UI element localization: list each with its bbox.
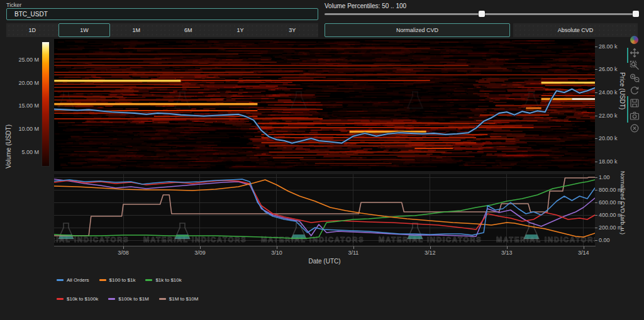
autoscale-icon[interactable] <box>630 86 640 96</box>
box-zoom-icon[interactable] <box>630 60 640 70</box>
legend-label: $1M to $10M <box>169 296 199 302</box>
save-icon[interactable] <box>630 98 640 108</box>
normalized-cvd-plot[interactable] <box>54 174 595 246</box>
tick-mark <box>595 47 597 47</box>
tick-label: 5.00 M <box>21 149 39 155</box>
legend-label: All Orders <box>67 277 89 283</box>
plotly-logo-icon[interactable] <box>630 35 640 45</box>
tick-label: 20.00 M <box>18 80 39 86</box>
tick-mark <box>123 246 124 249</box>
legend-color-dash <box>145 279 152 281</box>
date-tick-label: 3/09 <box>191 250 209 256</box>
normalized-cvd-canvas[interactable] <box>54 174 595 246</box>
modebar-separator-bottom <box>627 96 628 123</box>
price-volume-heatmap-canvas[interactable] <box>54 39 595 171</box>
legend-color-dash <box>57 298 64 300</box>
tick-mark <box>353 246 354 249</box>
price-heatmap-plot[interactable] <box>54 39 595 171</box>
tick-mark <box>200 246 201 249</box>
tick-mark <box>595 177 597 178</box>
tick-mark <box>595 162 597 162</box>
date-tick-label: 3/08 <box>114 250 133 256</box>
legend-item--1k-to-10k[interactable]: $1k to $10k <box>145 277 181 283</box>
volume-percentiles-label: Volume Percentiles: 50 .. 100 <box>325 3 406 9</box>
volume-axis-title: Volume (USDT) <box>5 124 12 168</box>
price-axis-title: Price (USDT) <box>619 72 626 109</box>
legend-label: $10k to $100k <box>67 296 98 302</box>
legend-color-dash <box>159 298 166 300</box>
tick-label: 800.00 m <box>599 187 623 193</box>
tick-mark <box>595 190 597 190</box>
tick-mark <box>595 92 597 93</box>
legend-label: $100k to $1M <box>118 296 148 302</box>
timeframe-button-1w[interactable]: 1W <box>58 23 111 37</box>
date-tick-label: 3/10 <box>267 250 286 256</box>
percentile-slider-handle-min[interactable] <box>479 11 485 17</box>
date-axis-title: Date (UTC) <box>54 258 595 265</box>
tick-label: 26.00 k <box>599 66 618 72</box>
volume-colorbar <box>42 41 50 167</box>
percentile-slider-handle-max[interactable] <box>633 11 639 17</box>
pan-icon[interactable] <box>630 48 640 58</box>
date-tick-label: 3/13 <box>497 250 516 256</box>
legend-label: $100 to $1k <box>109 277 136 283</box>
ticker-label: Ticker <box>6 2 21 8</box>
plotly-modebar <box>630 35 640 133</box>
zoom-in-out-icon[interactable] <box>630 73 640 83</box>
timeframe-button-3y[interactable]: 3Y <box>266 23 318 37</box>
legend-item--10k-to-100k[interactable]: $10k to $100k <box>57 296 98 302</box>
legend-item--1m-to-10m[interactable]: $1M to $10M <box>159 296 199 302</box>
timeframe-button-group: 1D1W1M6M1Y3Y <box>6 23 318 37</box>
legend-color-dash <box>57 279 64 281</box>
tick-mark <box>507 246 508 249</box>
date-tick-label: 3/11 <box>344 250 363 256</box>
timeframe-button-6m[interactable]: 6M <box>162 23 214 37</box>
x-axis-line <box>54 246 596 246</box>
legend-label: $1k to $10k <box>155 277 181 283</box>
legend-color-dash <box>99 279 106 281</box>
tick-label: 24.00 k <box>599 89 618 96</box>
legend-row-sizes: $10k to $100k$100k to $1M$1M to $10M <box>57 296 198 302</box>
tick-mark <box>277 246 277 249</box>
tick-label: 10.00 M <box>18 126 39 132</box>
tick-label: 600.00 m <box>599 199 623 206</box>
tick-label: 18.00 k <box>599 158 618 165</box>
timeframe-button-1m[interactable]: 1M <box>110 23 162 37</box>
tick-mark <box>430 246 431 249</box>
tick-mark <box>595 215 597 216</box>
tick-label: 25.00 M <box>18 57 39 63</box>
tick-label: 0.00 <box>599 237 610 243</box>
cvd-dashboard: Ticker Volume Percentiles: 50 .. 100 1D1… <box>0 0 644 320</box>
tick-label: 1.00 <box>599 174 610 180</box>
absolute-cvd-button[interactable]: Absolute CVD <box>513 23 638 37</box>
tick-mark <box>584 246 584 249</box>
tick-label: 400.00 m <box>599 212 623 218</box>
tick-label: 15.00 M <box>18 102 39 109</box>
tick-mark <box>595 69 597 70</box>
legend-item--100k-to-1m[interactable]: $100k to $1M <box>108 296 148 302</box>
legend-item--100-to-1k[interactable]: $100 to $1k <box>99 277 136 283</box>
tick-mark <box>595 202 597 203</box>
ticker-input[interactable] <box>6 8 318 20</box>
date-tick-label: 3/12 <box>421 250 440 256</box>
tick-label: 20.00 k <box>599 135 618 141</box>
legend-color-dash <box>108 298 115 300</box>
tick-label: 28.00 k <box>599 43 618 50</box>
legend-item-all-orders[interactable]: All Orders <box>57 277 89 283</box>
tick-mark <box>595 228 597 228</box>
tick-mark <box>595 116 597 116</box>
modebar-separator-top <box>627 48 628 63</box>
timeframe-button-1d[interactable]: 1D <box>6 23 58 37</box>
tick-mark <box>595 138 597 139</box>
tick-label: 200.00 m <box>599 224 623 231</box>
reset-close-icon[interactable] <box>630 123 640 133</box>
tick-mark <box>595 240 597 241</box>
timeframe-button-1y[interactable]: 1Y <box>214 23 267 37</box>
legend-row-orders: All Orders$100 to $1k$1k to $10k <box>57 277 182 283</box>
date-tick-label: 3/14 <box>574 250 593 256</box>
camera-icon[interactable] <box>630 111 640 121</box>
tick-label: 22.00 k <box>599 113 618 119</box>
normalized-cvd-button[interactable]: Normalized CVD <box>325 23 510 37</box>
